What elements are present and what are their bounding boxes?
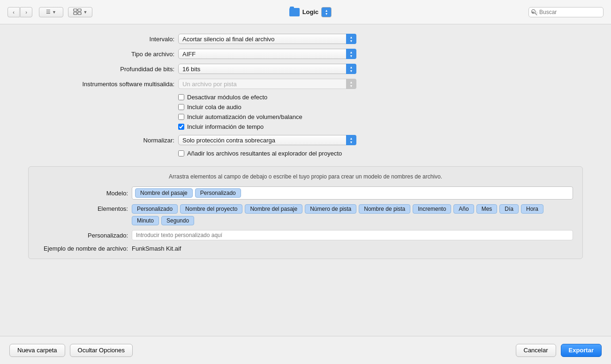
tipo-archivo-label: Tipo de archivo: [28,51,178,58]
grid-view-button[interactable]: ▼ [68,7,92,17]
titlebar-center: Logic ▲ ▼ [96,7,525,17]
search-input[interactable] [528,7,603,17]
list-view-button[interactable]: ☰ ▼ [39,7,63,17]
tipo-archivo-stepper[interactable]: ▲ ▼ [346,49,356,59]
intervalo-value: Acortar silencio al final del archivo [182,36,275,43]
instrumentos-placeholder: Un archivo por pista [182,81,237,88]
check5-row: Añadir los archivos resultantes al explo… [178,150,583,157]
normalizar-stepper[interactable]: ▲ ▼ [346,135,356,145]
check2-checkbox[interactable] [178,104,184,110]
elemento-año[interactable]: Año [453,204,474,214]
intervalo-select[interactable]: Acortar silencio al final del archivo [178,34,356,44]
normalizar-select-wrap: Solo protección contra sobrecarga ▲ ▼ [178,135,356,145]
normalizar-row: Normalizar: Solo protección contra sobre… [28,135,583,145]
footer-left: Nueva carpeta Ocultar Opciones [9,344,133,357]
elemento-numero-pista[interactable]: Número de pista [305,204,356,214]
profundidad-select[interactable]: 16 bits [178,64,356,74]
nav-buttons: ‹ › [8,7,32,17]
tipo-archivo-value: AIFF [182,51,196,58]
tipo-archivo-select[interactable]: AIFF [178,49,356,59]
instrumentos-label: Instrumentos software multisalida: [28,81,178,88]
ejemplo-value: FunkSmash Kit.aif [132,245,181,252]
tipo-archivo-select-wrap: AIFF ▲ ▼ [178,49,356,59]
svg-rect-3 [78,12,81,15]
profundidad-label: Profundidad de bits: [28,66,178,73]
modelo-tag-personalizado[interactable]: Personalizado [195,188,241,198]
svg-rect-0 [74,9,77,11]
personalizado-label: Personalizado: [38,232,132,239]
normalizar-label: Normalizar: [28,137,178,144]
bottom-panel: Arrastra elementos al campo de debajo o … [28,166,583,259]
check1-label[interactable]: Desactivar módulos de efecto [187,94,267,101]
ejemplo-row: Ejemplo de nombre de archivo: FunkSmash … [38,245,573,252]
svg-rect-2 [74,12,77,15]
modelo-tag-pasaje[interactable]: Nombre del pasaje [135,188,193,198]
back-button[interactable]: ‹ [8,7,20,17]
elementos-tags: Personalizado Nombre del proyecto Nombre… [132,204,573,225]
elemento-hora[interactable]: Hora [521,204,543,214]
check3-checkbox[interactable] [178,114,184,120]
elemento-nombre-pasaje[interactable]: Nombre del pasaje [245,204,302,214]
check1-checkbox[interactable] [178,94,184,100]
main-content: Intervalo: Acortar silencio al final del… [0,24,611,259]
titlebar: ‹ › ☰ ▼ ▼ Logic ▲ ▼ ●⌕ [0,0,611,24]
modelo-field[interactable]: Nombre del pasaje Personalizado [132,186,573,200]
profundidad-row: Profundidad de bits: 16 bits ▲ ▼ [28,64,583,74]
intervalo-row: Intervalo: Acortar silencio al final del… [28,34,583,44]
normalizar-value: Solo protección contra sobrecarga [182,137,275,144]
panel-hint: Arrastra elementos al campo de debajo o … [38,173,573,180]
elemento-dia[interactable]: Día [499,204,519,214]
footer: Nueva carpeta Ocultar Opciones Cancelar … [0,336,611,364]
forward-button[interactable]: › [20,7,32,17]
intervalo-select-wrap: Acortar silencio al final del archivo ▲ … [178,34,356,44]
modelo-row: Modelo: Nombre del pasaje Personalizado [38,186,573,200]
check3-label[interactable]: Incluir automatización de volumen/balanc… [187,113,302,120]
profundidad-stepper[interactable]: ▲ ▼ [346,64,356,74]
profundidad-value: 16 bits [182,66,200,73]
nueva-carpeta-button[interactable]: Nueva carpeta [9,344,65,357]
modelo-label: Modelo: [38,190,132,197]
elemento-segundo[interactable]: Segundo [161,216,194,225]
check4-checkbox[interactable] [178,124,184,130]
instrumentos-control: Un archivo por pista ▲ ▼ [178,79,356,89]
check5-checkbox[interactable] [178,150,184,156]
instrumentos-select[interactable]: Un archivo por pista [178,79,356,89]
elemento-nombre-proyecto[interactable]: Nombre del proyecto [180,204,242,214]
check4-label[interactable]: Incluir información de tempo [187,123,264,130]
check4-row: Incluir información de tempo [178,123,583,130]
folder-stepper[interactable]: ▲ ▼ [321,7,332,17]
instrumentos-select-wrap: Un archivo por pista ▲ ▼ [178,79,356,89]
search-area: ●⌕ [528,7,603,17]
check2-label[interactable]: Incluir cola de audio [187,104,241,111]
profundidad-control: 16 bits ▲ ▼ [178,64,356,74]
instrumentos-row: Instrumentos software multisalida: Un ar… [28,79,583,89]
elemento-personalizado[interactable]: Personalizado [132,204,178,214]
elemento-minuto[interactable]: Minuto [132,216,159,225]
check1-row: Desactivar módulos de efecto [178,94,583,101]
footer-right: Cancelar Exportar [516,344,602,357]
normalizar-select[interactable]: Solo protección contra sobrecarga [178,135,356,145]
folder-title: Logic ▲ ▼ [289,7,332,17]
personalizado-row: Personalizado: [38,230,573,240]
intervalo-stepper[interactable]: ▲ ▼ [346,34,356,44]
elemento-incremento[interactable]: Incremento [413,204,451,214]
folder-name: Logic [302,8,319,15]
elemento-nombre-pista[interactable]: Nombre de pista [359,204,410,214]
elementos-row: Elementos: Personalizado Nombre del proy… [38,204,573,225]
elemento-mes[interactable]: Mes [476,204,498,214]
profundidad-select-wrap: 16 bits ▲ ▼ [178,64,356,74]
cancelar-button[interactable]: Cancelar [516,344,556,357]
instrumentos-stepper: ▲ ▼ [346,79,356,89]
svg-rect-1 [78,9,81,11]
ocultar-opciones-button[interactable]: Ocultar Opciones [70,344,133,357]
intervalo-control: Acortar silencio al final del archivo ▲ … [178,34,356,44]
check3-row: Incluir automatización de volumen/balanc… [178,113,583,120]
check2-row: Incluir cola de audio [178,104,583,111]
check5-label[interactable]: Añadir los archivos resultantes al explo… [187,150,342,157]
ejemplo-label: Ejemplo de nombre de archivo: [38,245,132,252]
personalizado-input[interactable] [132,230,573,240]
tipo-archivo-row: Tipo de archivo: AIFF ▲ ▼ [28,49,583,59]
exportar-button[interactable]: Exportar [561,344,602,357]
elementos-label: Elementos: [38,204,132,212]
tipo-archivo-control: AIFF ▲ ▼ [178,49,356,59]
